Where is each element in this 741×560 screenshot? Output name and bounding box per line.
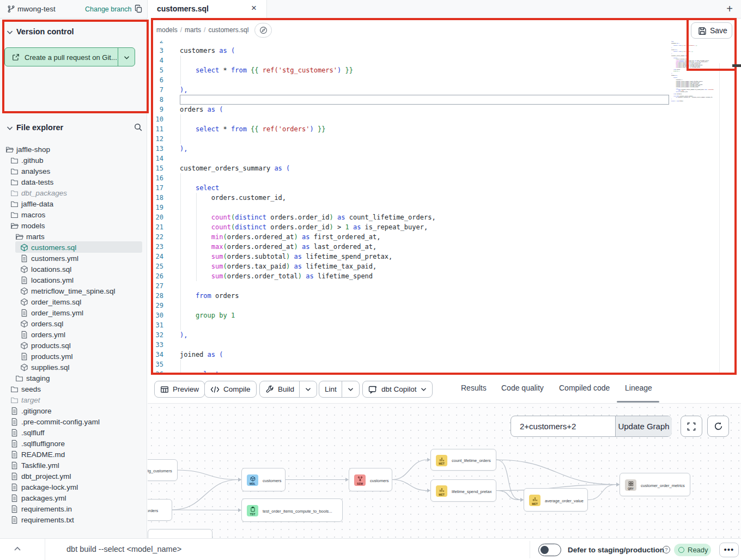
file-icon xyxy=(20,352,28,361)
file-tree-item-products-yml[interactable]: products.yml xyxy=(0,351,147,362)
copy-icon[interactable] xyxy=(134,4,143,13)
folder-icon xyxy=(10,200,19,208)
file-icon xyxy=(10,472,19,480)
file-tree-item-packages-yml[interactable]: packages.yml xyxy=(0,492,147,503)
file-tree-item-order-items-sql[interactable]: order_items.sql xyxy=(0,296,147,307)
search-icon[interactable] xyxy=(133,123,143,132)
tab-title: customers.sql xyxy=(157,4,209,13)
lint-button[interactable]: Lint xyxy=(319,381,360,398)
file-tree-item--pre-commit-config-yaml[interactable]: .pre-commit-config.yaml xyxy=(0,416,147,427)
refresh-button[interactable] xyxy=(707,416,729,437)
model-icon xyxy=(20,298,28,306)
file-tree-item-target[interactable]: target xyxy=(0,394,147,405)
file-name: target xyxy=(21,396,40,404)
file-tree-item-seeds[interactable]: seeds xyxy=(0,384,147,394)
file-tree-item-orders-sql[interactable]: orders.sql xyxy=(0,318,147,329)
file-tree-item-products-sql[interactable]: products.sql xyxy=(0,340,147,351)
wrench-icon xyxy=(265,385,274,394)
fullscreen-button[interactable] xyxy=(681,416,702,437)
file-tree-item-dbt-packages[interactable]: dbt_packages xyxy=(0,187,147,198)
tab-close-icon[interactable]: × xyxy=(251,3,257,14)
defer-toggle[interactable] xyxy=(538,544,561,556)
file-tree-item-analyses[interactable]: analyses xyxy=(0,166,147,176)
file-tree-item-locations-sql[interactable]: locations.sql xyxy=(0,264,147,275)
lineage-node-average-order-value[interactable]: METaverage_order_value xyxy=(524,488,588,512)
folder-open-icon xyxy=(15,233,23,241)
file-tree-item-customers-yml[interactable]: customers.yml xyxy=(0,253,147,264)
build-button[interactable]: Build xyxy=(259,381,317,398)
file-tree-item-staging[interactable]: staging xyxy=(0,373,147,384)
file-tree-item--github[interactable]: .github xyxy=(0,155,147,166)
file-tree-item-orders-yml[interactable]: orders.yml xyxy=(0,329,147,340)
branch-name: mwong-test xyxy=(17,5,56,13)
divider xyxy=(45,539,45,560)
update-graph-button[interactable]: Update Graph xyxy=(615,416,672,436)
file-tree-item-taskfile-yml[interactable]: Taskfile.yml xyxy=(0,460,147,471)
file-tree-item-requirements-in[interactable]: requirements.in xyxy=(0,503,147,514)
chevron-down-icon[interactable] xyxy=(7,126,13,131)
lineage-node-test-order-items-compute-to-bools-[interactable]: TSTtest_order_items_compute_to_bools... xyxy=(241,498,343,522)
qry-chip-icon: QRY xyxy=(625,479,636,491)
file-tree-item--sqlfluffignore[interactable]: .sqlfluffignore xyxy=(0,438,147,449)
file-name: orders.yml xyxy=(31,331,65,339)
lineage-node-customer-order-metrics[interactable]: QRYcustomer_order_metrics xyxy=(619,473,690,496)
file-tree-item-macros[interactable]: macros xyxy=(0,209,147,220)
file-tree-item--gitignore[interactable]: .gitignore xyxy=(0,405,147,416)
met-chip-icon: MET xyxy=(436,455,447,466)
file-tree-item-requirements-txt[interactable]: requirements.txt xyxy=(0,514,147,525)
lineage-node-customers[interactable]: MDLcustomers xyxy=(241,468,286,491)
new-tab-button[interactable]: + xyxy=(722,2,737,16)
lineage-panel[interactable]: stg_customersordersMDLcustomersTSTtest_o… xyxy=(148,404,741,538)
preview-button[interactable]: Preview xyxy=(154,381,205,398)
file-tree-item-models[interactable]: models xyxy=(0,220,147,231)
lineage-node-customers[interactable]: SEMcustomers xyxy=(349,468,392,491)
help-icon[interactable]: ? xyxy=(663,546,670,553)
branch-area: mwong-test Change branch xyxy=(0,0,147,19)
tab-results[interactable]: Results xyxy=(461,384,487,392)
file-tree-item-readme-md[interactable]: README.md xyxy=(0,449,147,460)
file-tree-item-order-items-yml[interactable]: order_items.yml xyxy=(0,307,147,318)
file-name: .sqlfluff xyxy=(21,429,45,437)
dbt-copilot-button[interactable]: dbt Copilot xyxy=(362,381,433,398)
node-label: average_order_value xyxy=(545,498,584,503)
lineage-node-stg-customers[interactable]: stg_customers xyxy=(148,459,178,481)
file-tree-item-package-lock-yml[interactable]: package-lock.yml xyxy=(0,482,147,492)
file-tree-item-metricflow-time-spine-sql[interactable]: metricflow_time_spine.sql xyxy=(0,285,147,296)
file-icon xyxy=(20,331,28,339)
lineage-node-lifetime-spend-pretax[interactable]: METlifetime_spend_pretax xyxy=(430,479,496,502)
tab-compiled-code[interactable]: Compiled code xyxy=(559,384,610,392)
tab-code-quality[interactable]: Code quality xyxy=(501,384,544,392)
file-tree-item-data-tests[interactable]: data-tests xyxy=(0,176,147,187)
file-icon xyxy=(10,494,19,502)
file-tree-item-dbt-project-yml[interactable]: dbt_project.yml xyxy=(0,471,147,482)
file-explorer-title[interactable]: File explorer xyxy=(16,123,63,132)
split-dropdown[interactable] xyxy=(342,381,354,397)
file-name: products.yml xyxy=(31,352,73,361)
lineage-node-partial[interactable] xyxy=(148,529,212,538)
tab-customers-sql[interactable]: customers.sql × xyxy=(147,0,267,19)
cli-command[interactable]: dbt build --select <model_name> xyxy=(66,545,181,553)
status-bar: dbt build --select <model_name> Defer to… xyxy=(0,538,741,560)
file-tree-item-customers-sql[interactable]: customers.sql xyxy=(0,242,147,253)
compile-button[interactable]: Compile xyxy=(204,381,257,398)
more-options-button[interactable]: ••• xyxy=(719,543,739,557)
file-tree-item--sqlfluff[interactable]: .sqlfluff xyxy=(0,427,147,438)
file-tree-item-jaffle-data[interactable]: jaffle-data xyxy=(0,198,147,209)
change-branch-link[interactable]: Change branch xyxy=(85,5,131,13)
button-label: Preview xyxy=(173,385,199,393)
file-name: marts xyxy=(26,233,45,241)
annotation-box-1 xyxy=(151,18,737,375)
split-dropdown[interactable] xyxy=(299,381,311,397)
file-tree-item-marts[interactable]: marts xyxy=(0,231,147,242)
file-tree-item-supplies-sql[interactable]: supplies.sql xyxy=(0,362,147,373)
tab-lineage[interactable]: Lineage xyxy=(625,384,652,392)
file-tree-item-locations-yml[interactable]: locations.yml xyxy=(0,275,147,285)
file-icon xyxy=(10,483,19,491)
file-name: supplies.sql xyxy=(31,363,70,372)
file-name: .github xyxy=(21,156,44,165)
lineage-node-orders[interactable]: orders xyxy=(148,499,172,521)
chevron-up-icon[interactable] xyxy=(14,546,21,551)
lineage-node-count-lifetime-orders[interactable]: METcount_lifetime_orders xyxy=(430,449,496,471)
file-tree-item-jaffle-shop[interactable]: jaffle-shop xyxy=(0,144,147,155)
lineage-filter-input[interactable]: 2+customers+2 xyxy=(511,416,615,436)
